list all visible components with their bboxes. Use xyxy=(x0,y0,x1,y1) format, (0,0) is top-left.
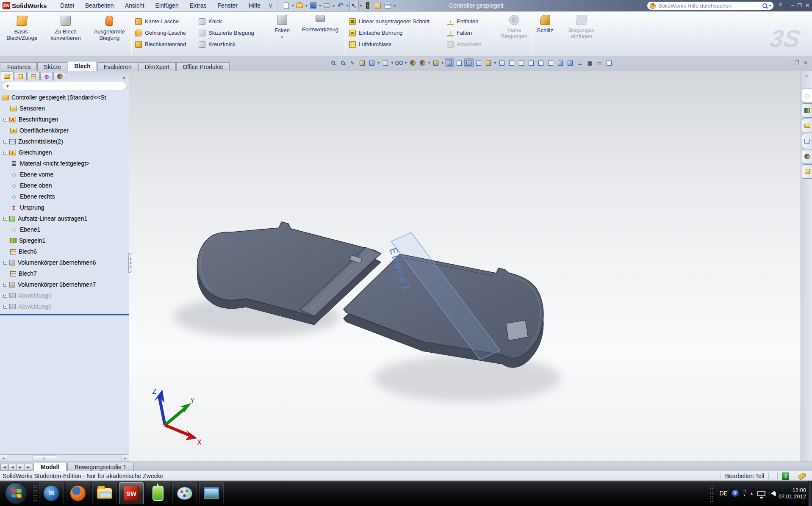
help-dropdown-caret[interactable]: ▾ xyxy=(785,4,787,8)
tree-item-abwicklung5[interactable]: Abwicklung5 xyxy=(0,290,129,301)
ausgeformte-biegung-button[interactable]: Ausgeformte Biegung xyxy=(88,15,130,56)
explorer-taskbar-button[interactable] xyxy=(92,482,117,504)
tree-item-sensoren[interactable]: Sensoren xyxy=(0,103,129,114)
tree-item-volumenkoerper-uebernehmen7[interactable]: Volumenkörper übernehmen7 xyxy=(0,279,129,290)
skizzierte-biegung-button[interactable]: Skizzierte Biegung xyxy=(199,27,269,39)
network-icon[interactable] xyxy=(757,491,765,496)
tree-item-ebene-rechts[interactable]: ◇Ebene rechts xyxy=(0,191,129,202)
tab-scroll-first[interactable]: |◀ xyxy=(0,464,8,471)
tab-features[interactable]: Features xyxy=(1,62,37,71)
view-right-icon[interactable] xyxy=(527,58,536,67)
expand-icon[interactable] xyxy=(3,151,7,155)
rebuild-button[interactable] xyxy=(363,1,372,10)
view-isometric-icon[interactable] xyxy=(556,58,565,67)
tab-blech[interactable]: Blech xyxy=(68,61,97,71)
view-back-icon[interactable] xyxy=(507,58,516,67)
custom-properties-tab[interactable] xyxy=(802,164,812,179)
basis-blech-zunge-button[interactable]: Basis-Blech/Zunge xyxy=(1,15,43,56)
scroll-right-arrow[interactable]: ▸ xyxy=(122,455,129,462)
tree-item-beschriftungen[interactable]: Beschriftungen xyxy=(0,114,129,125)
tree-item-spiegeln1[interactable]: Spiegeln1 xyxy=(0,235,129,246)
linear-ausgetragener-schnitt-button[interactable]: Linear ausgetragener Schnitt xyxy=(349,16,445,27)
property-manager-tab[interactable] xyxy=(14,72,27,80)
minimize-button[interactable]: – xyxy=(791,3,794,8)
expand-icon[interactable] xyxy=(3,118,7,122)
display-style-caret[interactable]: ▾ xyxy=(391,61,394,65)
open-button[interactable] xyxy=(295,1,305,10)
featuremanager-tree-tab[interactable] xyxy=(1,71,14,80)
einfache-bohrung-button[interactable]: Einfache Bohrung xyxy=(349,27,445,39)
tree-item-abwicklung6[interactable]: Abwicklung6 xyxy=(0,301,129,312)
quick-tips-button[interactable]: ? xyxy=(782,473,789,480)
expand-icon[interactable] xyxy=(3,217,7,221)
task-pane-collapse-chevron[interactable]: « xyxy=(801,71,812,78)
expand-icon[interactable] xyxy=(3,305,7,309)
scrollbar-thumb[interactable]: ||| xyxy=(33,456,57,461)
zu-blech-konvertieren-button[interactable]: Zu Blech konvertieren xyxy=(44,15,87,56)
shaded-icon[interactable] xyxy=(454,58,464,67)
tree-item-ebene-oben[interactable]: ◇Ebene oben xyxy=(0,180,129,191)
file-explorer-tab[interactable] xyxy=(802,119,812,133)
tab-bewegungsstudie-1[interactable]: Bewegungsstudie 1 xyxy=(67,463,133,471)
panel-tabs-overflow-chevron[interactable]: » xyxy=(119,75,129,80)
tray-help-icon[interactable]: ? xyxy=(732,489,739,497)
display-manager-tab[interactable] xyxy=(53,72,66,80)
menu-extras[interactable]: Extras xyxy=(184,0,212,11)
paint-taskbar-button[interactable] xyxy=(172,482,197,504)
gehrung-lasche-button[interactable]: Gehrung-Lasche xyxy=(135,27,196,39)
biegungen-einfuegen-button[interactable]: Biegungen einfügen xyxy=(558,11,605,56)
configuration-manager-tab[interactable] xyxy=(27,72,40,80)
new-dropdown-caret[interactable]: ▾ xyxy=(292,4,294,8)
display-style-icon[interactable] xyxy=(381,58,390,67)
messenger-taskbar-button[interactable] xyxy=(146,482,170,504)
view-trimetric-icon[interactable] xyxy=(565,58,575,67)
tab-dimxpert[interactable]: DimXpert xyxy=(139,62,176,71)
start-button[interactable] xyxy=(5,482,27,504)
schlitz-button[interactable]: Schlitz xyxy=(532,11,558,56)
graphics-viewport[interactable]: Ebene1 Z Y X xyxy=(129,71,801,462)
zoom-to-area-icon[interactable] xyxy=(338,58,347,67)
tree-item-ebene-vorne[interactable]: ◇Ebene vorne xyxy=(0,169,129,180)
normal-to-icon[interactable]: ⊥ xyxy=(575,58,585,67)
section-view-icon[interactable] xyxy=(358,58,367,67)
viewport-four-icon[interactable] xyxy=(604,58,614,67)
scroll-left-arrow[interactable]: ◂ xyxy=(0,455,7,462)
file-properties-button[interactable] xyxy=(373,1,382,10)
restore-button[interactable]: ❐ xyxy=(797,3,802,8)
search-dropdown-caret[interactable]: ▾ xyxy=(767,4,771,8)
view-palette-tab[interactable] xyxy=(802,134,812,148)
menu-pin-icon[interactable]: ⚲ xyxy=(266,3,275,9)
menu-datei[interactable]: Datei xyxy=(55,0,80,11)
view-settings-icon[interactable] xyxy=(431,58,441,67)
entfalten-button[interactable]: ↓Entfalten xyxy=(447,16,497,27)
open-dropdown-caret[interactable]: ▾ xyxy=(305,4,308,8)
tree-item-ebene1[interactable]: ◇Ebene1 xyxy=(0,224,129,235)
dimxpert-manager-tab[interactable]: ⊕ xyxy=(40,72,53,80)
tray-show-hidden-icons[interactable]: ▲ xyxy=(750,491,754,495)
help-search-box[interactable]: ? ▾ xyxy=(647,1,774,10)
firefox-taskbar-button[interactable] xyxy=(66,482,90,504)
falten-button[interactable]: ↑Falten xyxy=(447,27,497,39)
ecken-button[interactable]: Ecken ▾ xyxy=(269,11,295,56)
tree-item-ursprung[interactable]: ↥Ursprung xyxy=(0,202,129,213)
zoom-to-fit-icon[interactable] xyxy=(328,58,338,67)
knick-button[interactable]: Knick xyxy=(199,16,269,27)
appearances-scenes-tab[interactable] xyxy=(802,149,812,163)
viewport-split-vertical-icon[interactable]: ▭ xyxy=(595,58,604,67)
ecken-dropdown-caret[interactable]: ▾ xyxy=(269,35,295,39)
view-settings-caret[interactable]: ▾ xyxy=(441,61,444,65)
tree-item-gleichungen[interactable]: Gleichungen xyxy=(0,147,129,158)
design-library-tab[interactable] xyxy=(802,103,812,118)
expand-icon[interactable] xyxy=(3,140,7,144)
panel-horizontal-scrollbar[interactable]: ◂ ||| ▸ xyxy=(0,454,129,462)
child-minimize-button[interactable]: – xyxy=(787,60,790,66)
menu-einfuegen[interactable]: Einfügen xyxy=(150,0,184,11)
print-button[interactable] xyxy=(322,1,332,10)
task-pane-home-tab[interactable]: ⌂ xyxy=(802,88,812,102)
clock[interactable]: 12:00 07.01.2012 xyxy=(779,487,806,500)
hide-show-items-icon[interactable]: ʘʘ xyxy=(394,58,404,67)
shaded-with-edges-icon[interactable] xyxy=(445,58,454,67)
language-indicator[interactable]: DE xyxy=(719,490,727,497)
tree-item-volumenkoerper-uebernehmen6[interactable]: Volumenkörper übernehmen6 xyxy=(0,257,129,268)
formwerkzeug-button[interactable]: Formwerkzeug xyxy=(295,11,345,56)
